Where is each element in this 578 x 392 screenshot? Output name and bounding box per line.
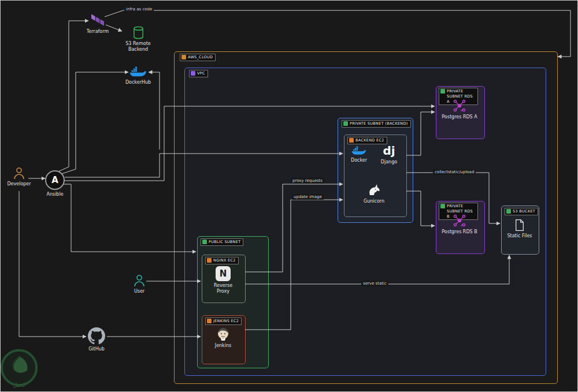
edge-label-serve-static: serve static	[361, 281, 388, 286]
rds-b-icon	[453, 214, 466, 227]
ansible-icon: A	[45, 170, 65, 190]
edge-ansible-backend-ec2	[65, 154, 343, 177]
s3-icon	[506, 209, 511, 214]
vpc-icon	[191, 71, 195, 76]
edge-label-update-image: update image	[292, 194, 324, 200]
aws-cloud-icon	[181, 55, 186, 59]
github-node: GitHub	[81, 327, 112, 352]
postgres-rds-b-node: Postgres RDS B	[438, 214, 481, 235]
aws-cloud-label: AWS_CLOUD	[180, 54, 216, 61]
edge-jenkins-backend-update-image	[245, 200, 343, 330]
github-label: GitHub	[88, 346, 105, 352]
terraform-node: Terraform	[83, 13, 113, 35]
edge-backend-rds-a	[406, 112, 435, 155]
nginx-icon: N	[216, 266, 231, 281]
postgres-rds-a-label: Postgres RDS A	[442, 114, 477, 120]
nginx-ec2-label-text: NGINX EC2	[213, 258, 236, 263]
ansible-node: A Ansible	[41, 170, 69, 197]
ec2-icon	[207, 258, 212, 263]
vpc-label: VPC	[189, 70, 208, 77]
subnet-icon	[343, 121, 348, 126]
postgres-rds-b-label: Postgres RDS B	[442, 229, 477, 235]
terraform-label: Terraform	[87, 29, 109, 35]
public-subnet-label: PUBLIC SUBNET	[201, 238, 243, 246]
edge-developer-github	[19, 191, 86, 337]
dockerhub-node: DockerHub	[118, 65, 158, 85]
s3-remote-backend-label: S3 Remote Backend	[120, 41, 157, 53]
static-files-label: Static Files	[507, 233, 532, 239]
edge-label-infra-as-code: infra as code	[124, 6, 154, 12]
subnet-icon	[440, 89, 445, 94]
s3-bucket-label-text: S3 BUCKET	[513, 209, 535, 214]
jenkins-ec2-label-text: JENKINS EC2	[213, 319, 239, 324]
subnet-icon	[202, 240, 207, 244]
vpc-label-text: VPC	[197, 71, 205, 76]
private-subnet-backend-label: PRIVATE SUBNET (BACKEND)	[342, 120, 411, 128]
jenkins-icon	[216, 326, 230, 341]
terraform-icon	[91, 13, 105, 27]
developer-node: Developer	[6, 167, 32, 187]
jenkins-ec2-label: JENKINS EC2	[205, 318, 242, 325]
user-icon	[134, 274, 145, 287]
gunicorn-icon	[366, 182, 381, 197]
backend-ec2-label-text: BACKEND EC2	[355, 138, 384, 143]
github-icon	[88, 327, 105, 345]
edge-nginx-s3-serve-static	[245, 255, 509, 284]
ec2-icon	[349, 138, 354, 143]
s3-remote-backend-icon	[133, 26, 144, 39]
gunicorn-node: Gunicorn	[359, 182, 389, 204]
dockerhub-label: DockerHub	[125, 80, 151, 85]
private-subnet-backend-label-text: PRIVATE SUBNET (BACKEND)	[350, 121, 408, 126]
rds-a-icon	[453, 99, 466, 113]
developer-label: Developer	[7, 181, 31, 187]
postgres-rds-a-node: Postgres RDS A	[438, 99, 481, 120]
diagram-canvas: AWS_CLOUD VPC PRIVATE SUBNET (BACKEND) B…	[0, 0, 578, 392]
docker-label: Docker	[351, 158, 367, 163]
edge-ansible-terraform	[58, 21, 88, 171]
backend-ec2-label: BACKEND EC2	[347, 137, 387, 144]
edge-terraform-aws-infra-as-code	[105, 10, 570, 57]
static-files-node: Static Files	[505, 219, 535, 239]
user-label: User	[134, 289, 144, 294]
reverse-proxy-label: Reverse Proxy	[208, 283, 238, 295]
gunicorn-label: Gunicorn	[364, 199, 384, 204]
file-icon	[514, 219, 525, 232]
jenkins-label: Jenkins	[215, 343, 231, 349]
docker-node: Docker	[345, 145, 373, 163]
edge-ansible-public-subnet	[63, 184, 196, 252]
jenkins-node: Jenkins	[209, 326, 237, 349]
subnet-icon	[440, 204, 445, 208]
edge-backend-rds-b	[406, 191, 435, 226]
django-label: Django	[381, 159, 397, 165]
dockerhub-icon	[129, 65, 147, 78]
s3-bucket-label: S3 BUCKET	[505, 208, 538, 215]
s3-remote-backend-node: S3 Remote Backend	[120, 26, 157, 53]
reverse-proxy-node: N Reverse Proxy	[208, 266, 238, 295]
watermark-logo: كحيل	[0, 348, 42, 388]
docker-icon	[351, 145, 366, 156]
edge-label-proxy-requests: proxy requests	[291, 178, 324, 184]
public-subnet-label-text: PUBLIC SUBNET	[209, 240, 240, 245]
developer-icon	[13, 167, 25, 180]
django-node: dj Django	[375, 144, 403, 165]
user-node: User	[127, 274, 152, 294]
edge-label-collectstatic-upload: collectstatic/upload	[433, 169, 476, 175]
ec2-icon	[207, 319, 212, 323]
edge-ansible-dockerhub	[62, 72, 128, 174]
django-icon: dj	[383, 144, 395, 158]
aws-cloud-label-text: AWS_CLOUD	[188, 55, 213, 60]
nginx-ec2-label: NGINX EC2	[205, 257, 239, 264]
ansible-label: Ansible	[46, 192, 63, 197]
